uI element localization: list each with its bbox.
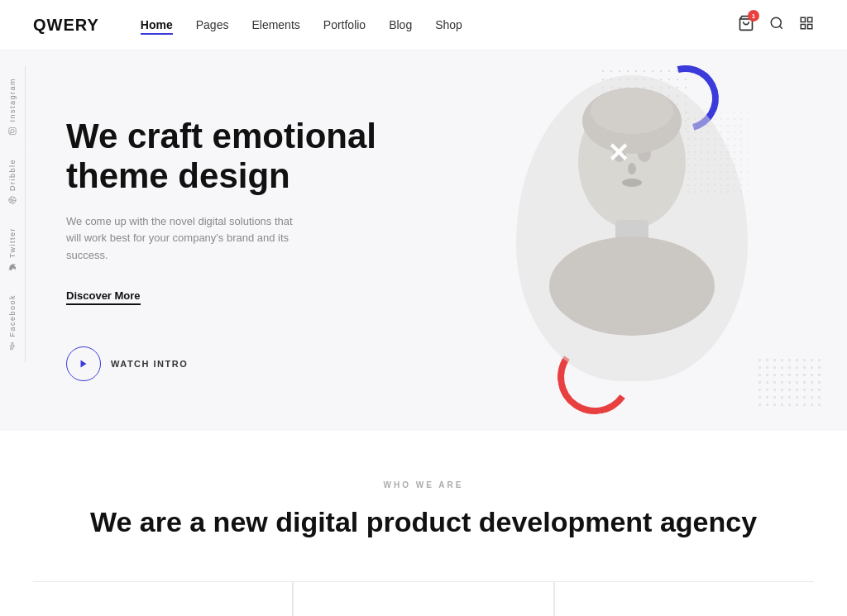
social-dribble[interactable]: Dribble	[0, 147, 26, 216]
svg-rect-4	[808, 17, 812, 21]
svg-rect-6	[808, 25, 812, 29]
feature-code: Super Clean Code	[293, 582, 553, 617]
watch-label: WATCH INTRO	[111, 359, 188, 369]
hero-content: We craft emotional theme design We come …	[66, 117, 414, 381]
svg-point-18	[622, 179, 642, 187]
navigation: QWERY Home Pages Elements Portfolio Blog…	[0, 0, 847, 50]
svg-point-1	[771, 17, 781, 27]
nav-item-shop[interactable]: Shop	[435, 17, 462, 32]
dribble-icon	[8, 196, 17, 204]
statue-svg: ✕	[508, 71, 756, 402]
cart-icon-wrap[interactable]: 1	[738, 15, 754, 35]
grid-icon	[799, 16, 814, 31]
svg-rect-3	[801, 17, 805, 21]
discover-more-link[interactable]: Discover More	[66, 289, 141, 305]
social-twitter[interactable]: Twitter	[0, 216, 26, 283]
nav-item-pages[interactable]: Pages	[196, 17, 229, 32]
logo[interactable]: QWERY	[33, 16, 99, 35]
hero-image-area: ✕	[392, 50, 847, 431]
svg-text:✕: ✕	[607, 138, 629, 168]
nav-item-blog[interactable]: Blog	[389, 17, 412, 32]
hero-subtitle: We come up with the novel digital soluti…	[66, 213, 306, 265]
search-icon-wrap[interactable]	[769, 16, 784, 34]
statue-image: ✕	[491, 59, 773, 414]
svg-rect-5	[801, 25, 805, 29]
social-facebook[interactable]: Facebook	[0, 283, 26, 362]
facebook-icon	[8, 341, 17, 350]
feature-updates: Free Updates & Support	[554, 582, 814, 617]
twitter-icon	[8, 263, 17, 271]
svg-rect-7	[9, 127, 16, 134]
play-button-circle[interactable]	[66, 346, 101, 381]
who-section: WHO WE ARE We are a new digital product …	[0, 431, 847, 616]
nav-icons: 1	[738, 15, 814, 35]
svg-marker-11	[81, 360, 87, 367]
search-icon	[769, 16, 784, 31]
hero-title: We craft emotional theme design	[66, 117, 414, 197]
svg-line-2	[779, 26, 782, 28]
svg-rect-23	[682, 112, 748, 195]
social-instagram[interactable]: Instagram	[0, 66, 26, 147]
who-title: We are a new digital product development…	[33, 504, 814, 540]
nav-item-home[interactable]: Home	[141, 17, 173, 32]
play-icon	[79, 359, 89, 369]
watch-intro-button[interactable]: WATCH INTRO	[66, 346, 414, 381]
nav-item-elements[interactable]: Elements	[251, 17, 299, 32]
grid-icon-wrap[interactable]	[799, 16, 814, 34]
hero-section: We craft emotional theme design We come …	[0, 50, 847, 431]
svg-point-14	[549, 236, 715, 336]
svg-point-20	[591, 88, 673, 134]
features-row: Endless Possibilities	[33, 581, 814, 617]
feature-possibilities: Endless Possibilities	[33, 582, 293, 617]
cart-badge: 1	[748, 10, 759, 21]
svg-point-9	[10, 132, 11, 133]
svg-point-8	[11, 129, 14, 132]
instagram-icon	[8, 127, 17, 136]
who-label: WHO WE ARE	[33, 480, 814, 489]
nav-item-portfolio[interactable]: Portfolio	[323, 17, 366, 32]
social-sidebar: Instagram Dribble Twitter Facebook	[0, 66, 26, 361]
nav-links: Home Pages Elements Portfolio Blog Shop	[141, 17, 738, 32]
